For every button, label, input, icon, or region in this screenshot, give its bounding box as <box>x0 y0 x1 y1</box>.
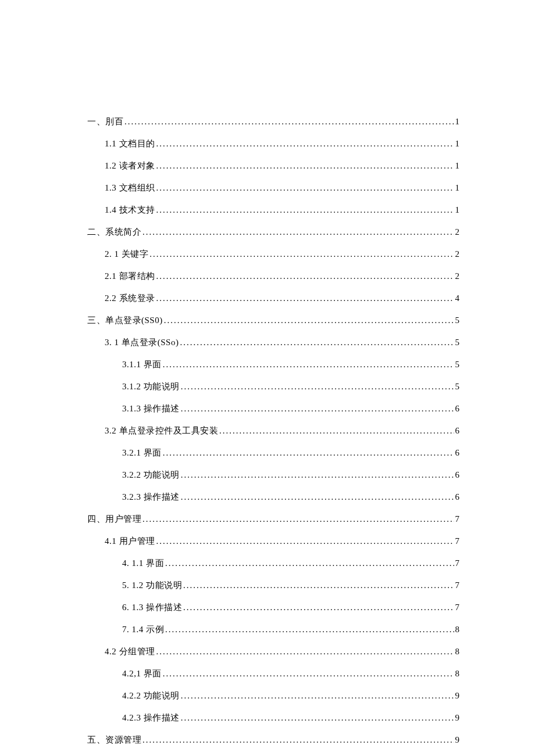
toc-entry-label: 3.2.1 界面 <box>122 447 162 458</box>
toc-entry-label: 7. 1.4 示例 <box>122 624 164 635</box>
toc-entry: 3.1.3 操作描述 6 <box>122 403 459 414</box>
toc-entry: 4.2 分组管理 8 <box>105 646 459 657</box>
toc-entry-label: 2.2 系统登录 <box>105 293 155 303</box>
toc-entry-label: 3.2 单点登录控件及工具安装 <box>105 425 218 436</box>
toc-entry-page: 5 <box>455 337 460 347</box>
toc-leader-dots <box>180 470 455 480</box>
toc-entry-page: 7 <box>455 536 460 546</box>
toc-entry: 五、资源管理9 <box>87 734 459 745</box>
toc-entry-label: 3.1.1 界面 <box>122 359 162 370</box>
toc-entry-page: 1 <box>455 160 460 171</box>
toc-entry: 二、系统简介2 <box>87 227 459 237</box>
document-page: 一、刖百11.1 文档目的 11.2 读者对象 11.3 文档组织 11.4 技… <box>0 0 535 756</box>
toc-leader-dots <box>155 646 455 657</box>
toc-entry-page: 4 <box>455 293 460 303</box>
toc-entry-label: 1.3 文档组织 <box>105 182 155 193</box>
toc-leader-dots <box>164 624 455 635</box>
toc-entry: 1.2 读者对象 1 <box>105 160 459 171</box>
toc-entry: 一、刖百1 <box>87 116 459 127</box>
toc-entry-page: 1 <box>455 116 460 127</box>
toc-leader-dots <box>155 160 455 171</box>
toc-entry: 7. 1.4 示例 8 <box>122 624 459 635</box>
toc-entry-page: 6 <box>455 403 460 414</box>
toc-entry: 四、用户管理7 <box>87 514 459 524</box>
toc-entry-label: 3.2.3 操作描述 <box>122 492 180 502</box>
toc-entry-label: 3.2.2 功能说明 <box>122 470 180 480</box>
toc-leader-dots <box>180 690 455 701</box>
toc-entry: 三、单点登录(SS0)5 <box>87 315 459 325</box>
toc-entry-label: 二、系统简介 <box>87 227 141 237</box>
toc-entry-label: 3.1.2 功能说明 <box>122 381 180 392</box>
toc-entry: 4.1 用户管理 7 <box>105 536 459 546</box>
toc-entry-label: 6. 1.3 操作描述 <box>122 602 182 612</box>
toc-entry: 4. 1.1 界面 7 <box>122 558 459 568</box>
toc-entry-label: 3.1.3 操作描述 <box>122 403 180 414</box>
toc-entry-page: 7 <box>455 514 460 524</box>
toc-entry: 3.1.1 界面 5 <box>122 359 459 370</box>
toc-entry-page: 7 <box>455 558 460 568</box>
toc-leader-dots <box>123 116 455 127</box>
toc-entry: 3. 1 单点登录(SSo)5 <box>105 337 459 347</box>
toc-leader-dots <box>179 337 455 347</box>
toc-leader-dots <box>182 602 455 612</box>
toc-entry-label: 4.2.2 功能说明 <box>122 690 180 701</box>
toc-entry: 1.3 文档组织 1 <box>105 182 459 193</box>
toc-entry: 2.2 系统登录 4 <box>105 293 459 303</box>
toc-leader-dots <box>141 227 455 237</box>
toc-leader-dots <box>180 403 455 414</box>
toc-leader-dots <box>182 580 455 590</box>
toc-leader-dots <box>164 558 455 568</box>
toc-leader-dots <box>141 734 455 745</box>
toc-entry-label: 五、资源管理 <box>87 734 141 745</box>
toc-entry-page: 6 <box>455 492 460 502</box>
toc-leader-dots <box>218 425 455 436</box>
toc-leader-dots <box>155 205 455 215</box>
toc-leader-dots <box>162 668 455 679</box>
toc-entry-label: 4.2 分组管理 <box>105 646 155 657</box>
toc-entry-page: 6 <box>455 425 460 436</box>
toc-entry: 3.2.1 界面 6 <box>122 447 459 458</box>
toc-entry-page: 6 <box>455 447 460 458</box>
toc-entry-label: 4.2.3 操作描述 <box>122 712 180 723</box>
toc-entry-page: 7 <box>455 602 460 612</box>
table-of-contents: 一、刖百11.1 文档目的 11.2 读者对象 11.3 文档组织 11.4 技… <box>87 116 459 756</box>
toc-entry: 5. 1.2 功能说明 7 <box>122 580 459 590</box>
toc-entry-label: 2.1 部署结构 <box>105 271 155 281</box>
toc-entry-label: 5. 1.2 功能说明 <box>122 580 182 590</box>
toc-entry-page: 1 <box>455 138 460 149</box>
toc-entry-label: 3. 1 单点登录(SSo) <box>105 337 179 347</box>
toc-entry-label: 4.2,1 界面 <box>122 668 162 679</box>
toc-leader-dots <box>180 381 455 392</box>
toc-entry: 2. 1 关键字2 <box>105 249 459 259</box>
toc-entry-page: 8 <box>455 646 460 657</box>
toc-entry-label: 4. 1.1 界面 <box>122 558 164 568</box>
toc-entry: 2.1 部署结构 2 <box>105 271 459 281</box>
toc-leader-dots <box>180 492 455 502</box>
toc-entry: 3.1.2 功能说明 5 <box>122 381 459 392</box>
toc-entry-label: 一、刖百 <box>87 116 123 127</box>
toc-leader-dots <box>155 182 455 193</box>
toc-entry-page: 9 <box>455 712 460 723</box>
toc-leader-dots <box>155 138 455 149</box>
toc-entry-label: 1.4 技术支持 <box>105 205 155 215</box>
toc-entry: 4.2.3 操作描述 9 <box>122 712 459 723</box>
toc-leader-dots <box>155 271 455 281</box>
toc-entry: 4.2,1 界面 8 <box>122 668 459 679</box>
toc-leader-dots <box>155 293 455 303</box>
toc-entry-page: 8 <box>455 624 460 635</box>
toc-leader-dots <box>141 514 455 524</box>
toc-entry-label: 2. 1 关键字 <box>105 249 148 259</box>
toc-entry-page: 7 <box>455 580 460 590</box>
toc-entry: 1.4 技术支持 1 <box>105 205 459 215</box>
toc-entry-label: 1.2 读者对象 <box>105 160 155 171</box>
toc-entry-page: 2 <box>455 271 460 281</box>
toc-entry: 6. 1.3 操作描述 7 <box>122 602 459 612</box>
toc-entry: 3.2.3 操作描述 6 <box>122 492 459 502</box>
toc-entry-label: 四、用户管理 <box>87 514 141 524</box>
toc-entry-page: 2 <box>455 249 460 259</box>
toc-entry-page: 5 <box>455 315 460 325</box>
toc-entry-page: 8 <box>455 668 460 679</box>
toc-entry-label: 4.1 用户管理 <box>105 536 155 546</box>
toc-entry: 4.2.2 功能说明 9 <box>122 690 459 701</box>
toc-entry-page: 5 <box>455 381 460 392</box>
